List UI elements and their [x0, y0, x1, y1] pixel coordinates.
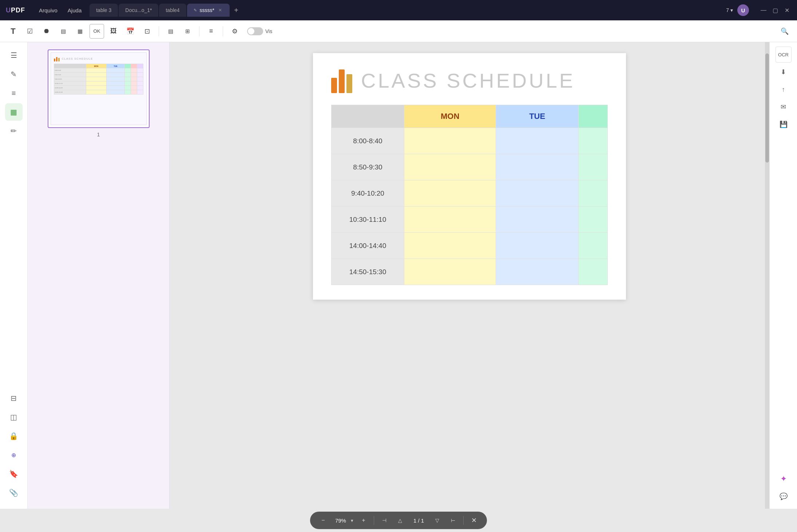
sidebar-icon-protect[interactable]: 🔒: [5, 427, 23, 445]
text-tool-button[interactable]: T: [6, 24, 20, 39]
sidebar-icon-layers[interactable]: ⊕: [5, 446, 23, 464]
tab-table3[interactable]: table 3: [90, 4, 118, 17]
document-area: CLASS SCHEDULE MON TUE 8:00-8:40: [170, 42, 769, 509]
visibility-toggle-area: Vis: [247, 27, 272, 35]
grid-button[interactable]: ⊞: [180, 24, 195, 39]
table-row: 8:00-8:40: [332, 128, 608, 154]
layout-button[interactable]: ▤: [163, 24, 178, 39]
radio-tool-button[interactable]: ⏺: [39, 24, 54, 39]
barcode-tool-button[interactable]: ⊡: [140, 24, 154, 39]
image-tool-button[interactable]: 🖼: [106, 24, 121, 39]
field-tool-button[interactable]: ▤: [56, 24, 71, 39]
next-page-button[interactable]: ▽: [431, 515, 443, 526]
col-header-time: [332, 105, 404, 128]
sidebar-bottom: ⊟ ◫ 🔒 ⊕ 🔖 📎: [5, 389, 23, 504]
zoom-out-button[interactable]: −: [317, 515, 329, 526]
right-icon-save[interactable]: 💾: [776, 116, 792, 132]
thumb-row: 8:00-8:40: [54, 68, 143, 73]
sidebar-icon-annotate[interactable]: ✎: [5, 65, 23, 83]
wed-cell: [579, 259, 608, 285]
thumbnail-wrapper[interactable]: CLASS SCHEDULE MON TUE: [48, 49, 150, 128]
search-button[interactable]: 🔍: [778, 25, 791, 38]
minimize-button[interactable]: —: [759, 6, 768, 15]
align-button[interactable]: ≡: [204, 24, 218, 39]
visibility-toggle[interactable]: [247, 27, 263, 35]
mon-cell: [404, 154, 496, 180]
mon-cell: [404, 180, 496, 207]
sidebar-icon-pages[interactable]: ≡: [5, 84, 23, 102]
doc-page: CLASS SCHEDULE MON TUE 8:00-8:40: [313, 53, 626, 300]
user-avatar[interactable]: U: [737, 4, 749, 16]
menu-arquivo[interactable]: Arquivo: [34, 5, 63, 16]
scrollbar-thumb[interactable]: [765, 53, 769, 163]
doc-bars-icon: [331, 68, 352, 93]
right-icon-chat[interactable]: 💬: [776, 488, 792, 504]
time-cell: 10:30-11:10: [332, 207, 404, 233]
tue-cell: [496, 207, 579, 233]
tue-cell: [496, 128, 579, 154]
thumb-bar1: [54, 59, 55, 61]
right-icon-scan[interactable]: ⬇: [776, 64, 792, 80]
thumb-row: 9:40-10:20: [54, 77, 143, 81]
checkbox-tool-button[interactable]: ☑: [23, 24, 37, 39]
schedule-table: MON TUE 8:00-8:40 8:50-9:30: [331, 105, 608, 285]
right-icon-ocr[interactable]: OCR: [776, 47, 792, 63]
list-tool-button[interactable]: ▦: [73, 24, 87, 39]
wed-cell: [579, 207, 608, 233]
first-page-button[interactable]: ⊣: [378, 515, 390, 526]
maximize-button[interactable]: ▢: [771, 6, 780, 15]
prev-page-button[interactable]: △: [394, 515, 406, 526]
doc-title-row: CLASS SCHEDULE: [331, 68, 608, 93]
tab-docu[interactable]: Docu...o_1*: [119, 4, 158, 17]
thumb-bar2: [56, 57, 58, 61]
thumbnail-panel: CLASS SCHEDULE MON TUE: [28, 42, 170, 509]
settings-button[interactable]: ⚙: [227, 24, 242, 39]
tue-cell: [496, 180, 579, 207]
toolbar-sep1: [159, 26, 159, 36]
close-window-button[interactable]: ✕: [782, 6, 791, 15]
tab-count[interactable]: 7 ▾: [726, 7, 733, 13]
right-icon-rainbow[interactable]: ✦: [776, 471, 792, 487]
doc-scrollbar[interactable]: [765, 42, 769, 509]
right-icon-share[interactable]: ↑: [776, 81, 792, 97]
mon-cell: [404, 259, 496, 285]
tue-cell: [496, 233, 579, 259]
tab-sssss[interactable]: ✎ sssss* ✕: [187, 4, 230, 17]
top-right-area: 7 ▾ U — ▢ ✕: [726, 4, 791, 16]
tabs-area: table 3 Docu...o_1* table4 ✎ sssss* ✕ +: [90, 4, 726, 17]
close-tab-button[interactable]: ✕: [217, 7, 223, 13]
sidebar-icon-convert[interactable]: ◫: [5, 408, 23, 426]
last-page-button[interactable]: ⊢: [447, 515, 459, 526]
wed-cell: [579, 128, 608, 154]
close-toolbar-button[interactable]: ✕: [468, 515, 480, 526]
sidebar-icon-forms[interactable]: ▦: [5, 103, 23, 121]
toolbar-sep2: [199, 26, 199, 36]
mon-cell: [404, 128, 496, 154]
zoom-in-button[interactable]: +: [358, 515, 369, 526]
doc-bar1: [331, 78, 337, 93]
right-icon-email[interactable]: ✉: [776, 99, 792, 115]
mon-cell: [404, 233, 496, 259]
ok-tool-button[interactable]: OK: [90, 24, 104, 39]
main-content: ☰ ✎ ≡ ▦ ✏ ⊟ ◫ 🔒 ⊕ 🔖 📎: [0, 42, 797, 509]
edit-icon: ✎: [194, 8, 197, 13]
thumb-title-area: CLASS SCHEDULE: [54, 56, 143, 61]
tab-table4[interactable]: table4: [159, 4, 186, 17]
table-row: 14:50-15:30: [332, 259, 608, 285]
sidebar-icon-organize[interactable]: ⊟: [5, 389, 23, 407]
add-tab-button[interactable]: +: [230, 4, 242, 16]
zoom-dropdown[interactable]: ▾: [351, 518, 353, 523]
left-sidebar: ☰ ✎ ≡ ▦ ✏ ⊟ ◫ 🔒 ⊕ 🔖 📎: [0, 42, 28, 509]
sidebar-icon-edit[interactable]: ✏: [5, 122, 23, 140]
sidebar-icon-attach[interactable]: 📎: [5, 484, 23, 501]
menu-ajuda[interactable]: Ajuda: [63, 5, 87, 16]
table-row: 10:30-11:10: [332, 207, 608, 233]
col-header-tue: TUE: [496, 105, 579, 128]
calendar-tool-button[interactable]: 📅: [123, 24, 138, 39]
zoom-value: 79%: [333, 517, 348, 524]
btm-sep1: [374, 516, 374, 525]
thumb-bar3: [58, 58, 60, 61]
sidebar-icon-bookmarks[interactable]: ☰: [5, 47, 23, 64]
table-row: 9:40-10:20: [332, 180, 608, 207]
sidebar-icon-bookmark[interactable]: 🔖: [5, 465, 23, 483]
